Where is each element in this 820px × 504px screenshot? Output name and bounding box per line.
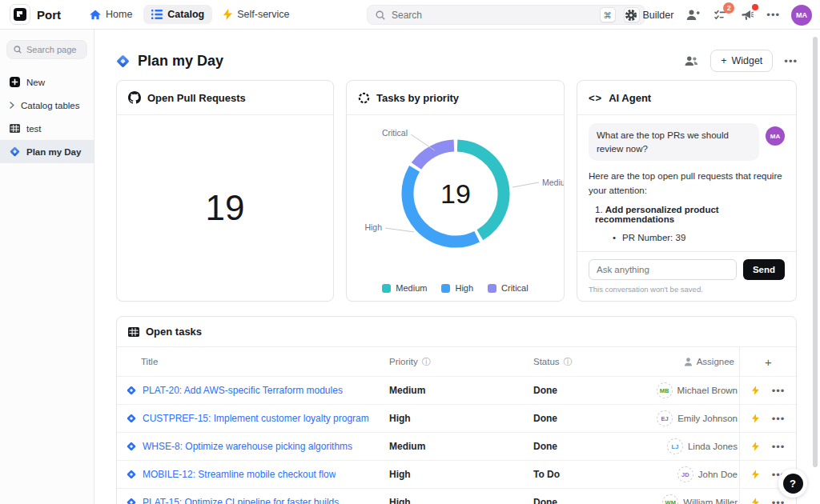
- ai-list-item: 1. Add personalized product recommendati…: [595, 205, 785, 224]
- column-assignee[interactable]: Assignee: [669, 357, 739, 366]
- task-diamond-icon: [127, 442, 136, 451]
- brand[interactable]: Port: [0, 4, 61, 25]
- plus-icon: +: [721, 55, 726, 66]
- run-action-bolt-icon[interactable]: [752, 498, 759, 504]
- legend-critical[interactable]: Critical: [488, 283, 529, 293]
- run-action-bolt-icon[interactable]: [752, 414, 759, 423]
- column-title[interactable]: Title: [117, 357, 389, 366]
- page-title: Plan my Day: [138, 53, 223, 70]
- user-avatar: MA: [766, 126, 785, 146]
- top-navbar: Port Home Catalog Self-service: [0, 0, 820, 30]
- page-header-actions: + Widget •••: [683, 50, 798, 72]
- callout-critical: Critical: [382, 128, 408, 138]
- plus-square-icon: [10, 77, 20, 87]
- task-diamond-icon: [127, 498, 136, 504]
- sidebar: Search page New Catalog tables test Plan…: [0, 30, 94, 504]
- nav-catalog[interactable]: Catalog: [143, 5, 212, 24]
- assignee-cell: LJ Linda Jones: [669, 438, 739, 454]
- gear-icon: [625, 9, 637, 22]
- ask-anything-input[interactable]: [589, 259, 737, 280]
- page-header: Plan my Day + Widget •••: [116, 49, 798, 73]
- chevron-right-icon: [10, 102, 14, 109]
- legend-swatch-high: [441, 284, 450, 293]
- list-icon: [151, 10, 163, 19]
- status-cell: Done: [533, 413, 669, 424]
- table-icon: [10, 124, 20, 133]
- row-more-button[interactable]: •••: [772, 497, 786, 504]
- sidebar-item-catalog-tables[interactable]: Catalog tables: [0, 94, 94, 117]
- user-message-bubble: What are the top PRs we should review no…: [589, 123, 759, 161]
- priority-cell: Medium: [389, 441, 533, 452]
- run-action-bolt-icon[interactable]: [752, 386, 759, 395]
- status-cell: Done: [533, 385, 669, 396]
- builder-button[interactable]: Builder: [625, 9, 673, 22]
- assignee-cell: EJ Emily Johnson: [669, 410, 739, 426]
- row-more-button[interactable]: •••: [772, 441, 786, 453]
- task-link[interactable]: CUSTPREF-15: Implement customer loyalty …: [143, 413, 369, 424]
- table-row[interactable]: WHSE-8: Optimize warehouse picking algor…: [117, 433, 796, 461]
- nav-home[interactable]: Home: [82, 5, 140, 24]
- search-input[interactable]: [392, 10, 592, 21]
- legend-swatch-critical: [488, 284, 496, 293]
- sidebar-item-new[interactable]: New: [0, 70, 94, 94]
- global-search[interactable]: ⌘ K: [367, 5, 645, 25]
- bolt-icon: [223, 9, 232, 20]
- widget-header: Tasks by priority: [347, 81, 564, 115]
- announcements-button[interactable]: [739, 7, 755, 23]
- bullet-pr-number: PR Number: 39: [613, 230, 785, 247]
- task-link[interactable]: PLAT-15: Optimize CI pipeline for faster…: [143, 497, 339, 504]
- ai-conversation: What are the top PRs we should review no…: [577, 115, 796, 251]
- row-more-button[interactable]: •••: [772, 385, 786, 397]
- code-brackets-icon: <>: [589, 92, 602, 104]
- widget-header: Open Pull Requests: [117, 81, 333, 115]
- add-column-button[interactable]: +: [739, 347, 797, 376]
- column-priority[interactable]: Priority ⓘ: [389, 356, 533, 368]
- legend-medium[interactable]: Medium: [382, 283, 427, 293]
- row-more-button[interactable]: •••: [772, 413, 786, 425]
- table-row[interactable]: PLAT-20: Add AWS-specific Terraform modu…: [117, 377, 796, 405]
- task-diamond-icon: [127, 386, 136, 395]
- task-link[interactable]: WHSE-8: Optimize warehouse picking algor…: [143, 441, 352, 452]
- notification-dot: [752, 4, 758, 10]
- task-link[interactable]: MOBILE-12: Streamline mobile checkout fl…: [143, 469, 336, 480]
- brand-name: Port: [37, 8, 61, 22]
- assignee-avatar: MB: [657, 382, 673, 398]
- tasks-button[interactable]: 2: [712, 7, 728, 23]
- more-menu-button[interactable]: •••: [766, 9, 780, 21]
- help-button[interactable]: ?: [778, 469, 807, 498]
- invite-user-button[interactable]: [685, 7, 701, 23]
- audience-icon[interactable]: [683, 53, 699, 69]
- sidebar-item-plan-my-day[interactable]: Plan my Day: [0, 140, 94, 163]
- run-action-bolt-icon[interactable]: [752, 442, 759, 451]
- priority-cell: Medium: [389, 385, 533, 396]
- assignee-avatar: EJ: [657, 410, 673, 426]
- user-avatar[interactable]: MA: [791, 5, 812, 26]
- megaphone-icon: [742, 10, 754, 21]
- table-row[interactable]: CUSTPREF-15: Implement customer loyalty …: [117, 405, 796, 433]
- sidebar-item-test[interactable]: test: [0, 117, 94, 140]
- legend-high[interactable]: High: [441, 283, 473, 293]
- page-diamond-icon: [116, 54, 130, 68]
- nav-self-service[interactable]: Self-service: [215, 5, 297, 24]
- sidebar-search[interactable]: Search page: [6, 40, 87, 59]
- donut-legend: Medium High Critical: [347, 283, 564, 293]
- task-diamond-icon: [127, 414, 136, 423]
- widget-tasks-by-priority: Tasks by priority 19 Critical Medium Hig…: [346, 80, 565, 302]
- assignee-avatar: WM: [662, 494, 678, 504]
- status-cell: To Do: [533, 469, 669, 480]
- table-row[interactable]: PLAT-15: Optimize CI pipeline for faster…: [117, 489, 796, 504]
- run-action-bolt-icon[interactable]: [752, 470, 759, 479]
- priority-cell: High: [389, 469, 533, 480]
- question-mark-icon: ?: [783, 474, 803, 494]
- column-status[interactable]: Status ⓘ: [533, 356, 669, 368]
- table-row[interactable]: MOBILE-12: Streamline mobile checkout fl…: [117, 461, 796, 489]
- page-scrollbar[interactable]: [813, 37, 818, 467]
- send-button[interactable]: Send: [743, 259, 785, 280]
- assignee-cell: WM William Miller: [669, 494, 739, 504]
- assignee-avatar: LJ: [667, 438, 683, 454]
- home-icon: [90, 10, 101, 20]
- page-more-button[interactable]: •••: [784, 55, 798, 67]
- add-widget-button[interactable]: + Widget: [710, 50, 773, 72]
- assignee-avatar: JD: [677, 466, 693, 482]
- task-link[interactable]: PLAT-20: Add AWS-specific Terraform modu…: [143, 385, 343, 396]
